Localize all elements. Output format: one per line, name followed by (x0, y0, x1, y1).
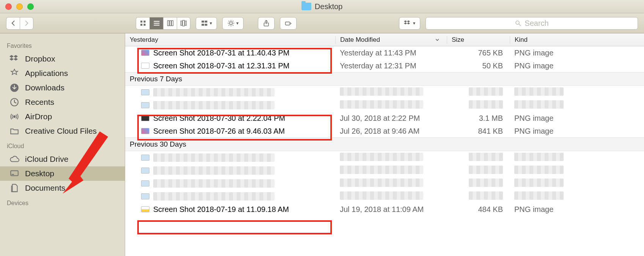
file-name: Screen Shot 2018-07-19 at 11.09.18 AM (153, 205, 289, 214)
arrange-button[interactable]: ▾ (196, 17, 217, 30)
sidebar-heading-icloud: iCloud (0, 138, 125, 152)
file-thumbnail-icon (141, 63, 149, 69)
sidebar-item-label: Documents (25, 183, 65, 193)
file-row[interactable] (125, 151, 644, 164)
window-title: Desktop (302, 2, 342, 11)
gallery-view-button[interactable] (177, 17, 190, 30)
search-placeholder: Search (525, 19, 548, 28)
file-row[interactable] (125, 190, 644, 203)
file-date: Jul 19, 2018 at 11:09 AM (335, 205, 447, 214)
sidebar-item-dropbox[interactable]: Dropbox (0, 52, 125, 66)
cloud-icon (9, 154, 20, 164)
column-header-date[interactable]: Date Modified (335, 36, 447, 44)
action-button[interactable]: ▾ (222, 17, 243, 30)
file-row[interactable] (125, 164, 644, 177)
airdrop-icon (9, 112, 20, 122)
forward-button[interactable] (20, 17, 33, 30)
list-view-button[interactable] (149, 17, 163, 30)
view-mode-group (136, 17, 190, 30)
file-name: Screen Shot 2018-07-31 at 12.31.31 PM (153, 62, 289, 70)
sidebar-item-downloads[interactable]: Downloads (0, 81, 125, 95)
file-thumbnail-icon (141, 206, 149, 212)
applications-icon (9, 68, 20, 78)
file-size: 484 KB (447, 205, 510, 214)
svg-rect-0 (140, 21, 142, 22)
minimize-window-button[interactable] (16, 3, 23, 10)
svg-rect-4 (154, 21, 159, 22)
zoom-window-button[interactable] (27, 3, 34, 10)
svg-point-32 (13, 115, 16, 118)
file-row[interactable]: Screen Shot 2018-07-31 at 11.40.43 PMYes… (125, 46, 644, 59)
file-row[interactable] (125, 177, 644, 190)
chevron-down-icon (435, 37, 440, 43)
file-kind: PNG image (510, 49, 644, 57)
file-row[interactable]: Screen Shot 2018-07-19 at 11.09.18 AMJul… (125, 203, 644, 216)
group-header: Previous 7 Days (125, 72, 644, 86)
svg-rect-33 (11, 171, 18, 175)
svg-line-25 (232, 21, 233, 22)
sidebar-item-label: AirDrop (25, 112, 52, 121)
svg-rect-13 (202, 21, 204, 22)
downloads-icon (9, 83, 20, 93)
sidebar-item-documents[interactable]: Documents (0, 181, 125, 195)
file-row[interactable]: Screen Shot 2018-07-30 at 2.22.04 PMJul … (125, 112, 644, 125)
svg-rect-1 (143, 21, 145, 22)
file-kind: PNG image (510, 205, 644, 214)
file-thumbnail-icon (141, 180, 149, 186)
dropbox-toolbar-button[interactable]: ▾ (399, 17, 420, 30)
close-window-button[interactable] (5, 3, 12, 10)
sidebar-item-icloud-drive[interactable]: iCloud Drive (0, 152, 125, 166)
svg-rect-16 (205, 24, 207, 26)
column-header-kind[interactable]: Kind (510, 36, 644, 44)
column-header-name[interactable]: Yesterday (125, 36, 335, 44)
svg-rect-3 (143, 24, 145, 26)
folder-icon (9, 126, 20, 136)
desktop-icon (9, 169, 20, 179)
sidebar-item-label: Dropbox (25, 54, 55, 63)
window-controls (5, 3, 34, 10)
file-name: Screen Shot 2018-07-30 at 2.22.04 PM (153, 114, 285, 123)
column-header-size[interactable]: Size (447, 36, 510, 44)
sidebar-item-airdrop[interactable]: AirDrop (0, 109, 125, 124)
sidebar-item-creative-cloud[interactable]: Creative Cloud Files (0, 124, 125, 138)
back-button[interactable] (6, 17, 20, 30)
svg-point-17 (229, 22, 232, 25)
column-view-button[interactable] (163, 17, 177, 30)
sidebar-item-label: Creative Cloud Files (25, 126, 97, 136)
file-thumbnail-icon (141, 128, 149, 134)
dropbox-icon (9, 54, 20, 64)
nav-group (6, 17, 33, 30)
svg-rect-14 (205, 21, 207, 22)
tags-button[interactable] (280, 17, 297, 30)
documents-icon (9, 183, 20, 193)
file-size: 3.1 MB (447, 114, 510, 123)
sidebar-item-label: Desktop (25, 169, 54, 178)
svg-rect-5 (154, 23, 159, 24)
sidebar-item-label: Downloads (25, 83, 64, 92)
share-button[interactable] (258, 17, 275, 30)
svg-line-22 (229, 21, 229, 22)
file-kind: PNG image (510, 127, 644, 136)
sidebar-heading-devices: Devices (0, 195, 125, 209)
file-thumbnail-icon (141, 155, 149, 161)
file-name: Screen Shot 2018-07-31 at 11.40.43 PM (153, 49, 289, 57)
icon-view-button[interactable] (136, 17, 149, 30)
svg-line-29 (519, 24, 521, 26)
sidebar-item-recents[interactable]: Recents (0, 95, 125, 109)
svg-rect-9 (171, 21, 173, 25)
window-title-text: Desktop (315, 2, 342, 11)
sidebar-item-label: Recents (25, 98, 54, 107)
file-list: Yesterday Date Modified Size Kind Screen… (125, 33, 644, 256)
svg-rect-8 (169, 21, 171, 25)
sidebar-item-applications[interactable]: Applications (0, 66, 125, 81)
file-row[interactable]: Screen Shot 2018-07-31 at 12.31.31 PMYes… (125, 59, 644, 72)
file-row[interactable]: Screen Shot 2018-07-26 at 9.46.03 AMJul … (125, 125, 644, 137)
file-size: 765 KB (447, 49, 510, 57)
file-size: 841 KB (447, 127, 510, 136)
search-input[interactable]: Search (426, 17, 638, 30)
group-header: Previous 30 Days (125, 137, 644, 151)
sidebar-item-desktop[interactable]: Desktop (0, 166, 125, 181)
svg-line-23 (232, 25, 233, 25)
file-row[interactable] (125, 99, 644, 112)
file-row[interactable] (125, 86, 644, 99)
